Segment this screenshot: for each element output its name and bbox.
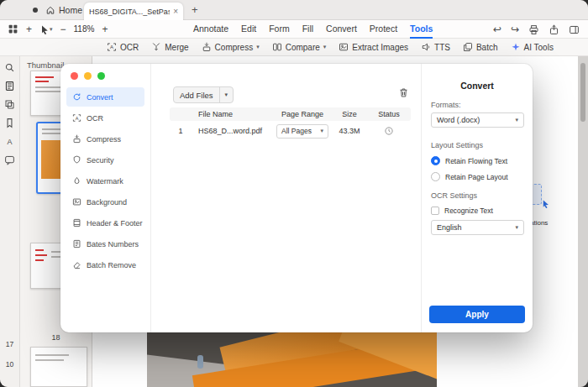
header-footer-icon	[72, 218, 81, 227]
shield-icon	[72, 155, 81, 165]
font-icon[interactable]: A	[4, 136, 15, 147]
add-files-button[interactable]: Add Files ▾	[173, 86, 234, 103]
speaker-icon	[421, 42, 431, 52]
radio-retain-page-layout[interactable]: Retain Page Layout	[431, 172, 533, 181]
dialog-nav-convert[interactable]: Convert	[66, 87, 144, 107]
share-icon[interactable]	[549, 24, 559, 35]
page-number-label: 18	[20, 333, 92, 342]
tool-tts[interactable]: TTS	[421, 42, 450, 52]
tool-batch[interactable]: Batch	[463, 42, 498, 52]
dialog-nav-header-footer[interactable]: Header & Footer	[66, 213, 144, 233]
tool-ai-tools[interactable]: AI Tools	[511, 42, 554, 52]
chevron-down-icon[interactable]: ▾	[219, 87, 234, 102]
print-icon[interactable]	[528, 24, 539, 35]
col-file-name: File Name	[192, 110, 274, 118]
cursor-tool-icon[interactable]: ▾	[39, 24, 53, 34]
merge-icon	[151, 42, 161, 52]
menu-tools[interactable]: Tools	[410, 20, 433, 39]
menu-protect[interactable]: Protect	[370, 20, 397, 39]
ocr-settings-label: OCR Settings	[431, 191, 533, 200]
chevron-down-icon: ▾	[320, 128, 323, 134]
menu-form[interactable]: Form	[269, 20, 290, 39]
table-row[interactable]: 1 HS68_D...word.pdf All Pages ▾ 43.3M	[170, 121, 411, 141]
layers-icon[interactable]	[4, 99, 15, 110]
compress-icon	[202, 42, 212, 52]
settings-title: Convert	[422, 81, 533, 91]
sidebar-toggle-icon[interactable]	[569, 24, 580, 35]
bookmark-icon[interactable]	[4, 118, 15, 128]
language-select[interactable]: English ▾	[431, 220, 524, 235]
tab-document-label: HS68_DIGITA..._SetPassword	[89, 8, 170, 16]
batch-icon	[463, 42, 473, 52]
new-tab-button[interactable]: +	[192, 3, 198, 16]
droplet-icon	[72, 176, 81, 186]
tab-home[interactable]: Home	[45, 0, 82, 20]
dialog-nav-watermark[interactable]: Watermark	[66, 171, 144, 191]
window-control-dot[interactable]	[33, 8, 38, 13]
tab-document[interactable]: HS68_DIGITA..._SetPassword ×	[84, 3, 183, 20]
zoom-level[interactable]: 118%	[74, 24, 95, 34]
radio-retain-flowing-text[interactable]: Retain Flowing Text	[431, 156, 533, 165]
bates-numbers-icon	[72, 239, 81, 248]
page-range-select[interactable]: All Pages ▾	[276, 124, 328, 139]
menu-convert[interactable]: Convert	[326, 20, 357, 39]
dialog-nav-security[interactable]: Security	[66, 150, 144, 170]
ocr-icon: A	[72, 113, 81, 123]
rail-number-17: 17	[0, 340, 19, 348]
image-icon	[72, 197, 81, 207]
tool-merge[interactable]: Merge	[151, 42, 188, 52]
row-size: 43.3M	[331, 127, 368, 135]
file-table-header: File Name Page Range Size Status	[170, 107, 411, 121]
comment-icon[interactable]	[4, 154, 15, 165]
tool-extract-images[interactable]: Extract Images	[339, 42, 408, 52]
zoom-out-button[interactable]: −	[60, 24, 66, 34]
dialog-nav-compress[interactable]: Compress	[66, 129, 144, 149]
zoom-in-button[interactable]: +	[102, 24, 108, 34]
scrollbar-thumb[interactable]	[580, 63, 585, 122]
apply-button[interactable]: Apply	[429, 306, 525, 323]
file-table: File Name Page Range Size Status 1 HS68_…	[170, 107, 411, 141]
tab-close-icon[interactable]: ×	[173, 7, 178, 16]
dialog-nav: Convert A OCR Compress Security Watermar…	[60, 64, 151, 332]
layout-settings-label: Layout Settings	[431, 141, 533, 149]
chevron-down-icon: ▾	[515, 224, 518, 231]
menu-annotate[interactable]: Annotate	[193, 20, 228, 39]
radio-selected-icon	[431, 156, 440, 165]
home-icon	[45, 5, 55, 15]
add-tool-icon[interactable]: +	[26, 24, 32, 34]
svg-text:A: A	[8, 138, 13, 146]
dialog-nav-bates-numbers[interactable]: Bates Numbers	[66, 234, 144, 254]
menu-edit[interactable]: Edit	[241, 20, 256, 39]
delete-file-icon[interactable]	[398, 87, 409, 98]
redo-icon[interactable]: ↪	[511, 24, 519, 34]
scrollbar-track[interactable]	[578, 56, 588, 387]
checkbox-recognize-text[interactable]: Recognize Text	[431, 207, 533, 215]
convert-dialog: Convert A OCR Compress Security Watermar…	[60, 64, 533, 332]
apps-grid-icon[interactable]	[8, 24, 18, 34]
dialog-nav-ocr[interactable]: A OCR	[66, 108, 144, 128]
thumbnail-panel-icon[interactable]	[4, 81, 15, 92]
col-status: Status	[368, 110, 410, 118]
tool-compare[interactable]: Compare ▾	[272, 42, 327, 52]
pointer-cursor-icon	[541, 199, 550, 208]
dialog-settings-panel: Convert Formats: Word (.docx) ▾ Layout S…	[422, 64, 533, 332]
menu-bar: Annotate Edit Form Fill Convert Protect …	[193, 20, 433, 39]
checkbox-icon	[431, 207, 439, 215]
page-thumbnail[interactable]	[30, 347, 87, 387]
undo-icon[interactable]: ↩	[493, 24, 501, 34]
menu-fill[interactable]: Fill	[302, 20, 313, 39]
convert-icon	[72, 92, 81, 102]
col-size: Size	[331, 110, 368, 118]
dialog-nav-batch-remove[interactable]: Batch Remove	[66, 255, 144, 275]
svg-text:A: A	[76, 116, 79, 121]
svg-text:A: A	[110, 44, 113, 50]
search-icon[interactable]	[4, 62, 15, 73]
compress-icon	[72, 134, 81, 144]
tool-ocr[interactable]: A OCR	[107, 42, 139, 52]
format-select[interactable]: Word (.docx) ▾	[431, 112, 524, 128]
main-toolbar: + ▾ − 118% + Annotate Edit Form Fill Con…	[0, 20, 588, 39]
tool-compress[interactable]: Compress ▾	[202, 42, 260, 52]
dialog-nav-background[interactable]: Background	[66, 192, 144, 212]
app-window: Home HS68_DIGITA..._SetPassword × + + ▾ …	[0, 0, 588, 387]
rail-number-10: 10	[0, 360, 19, 369]
